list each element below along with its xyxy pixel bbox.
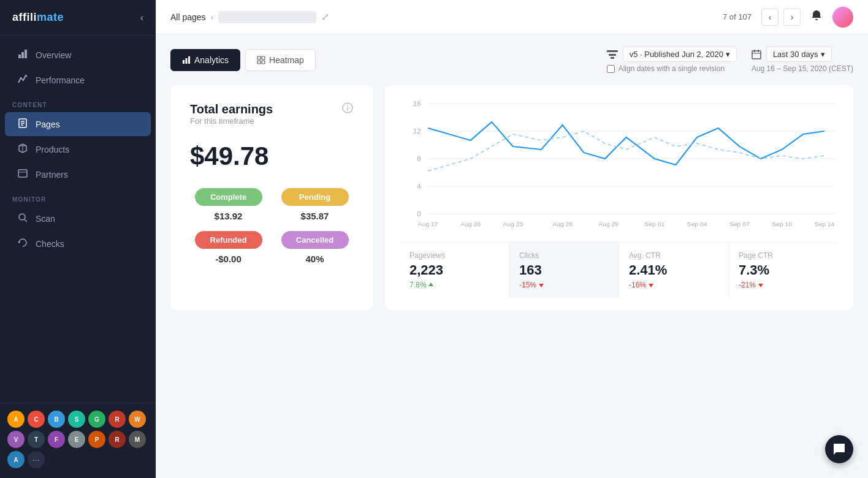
metric-clicks-change: -15% — [519, 281, 609, 289]
partner-icon-r[interactable]: R — [108, 411, 126, 428]
partner-icon-amazon[interactable]: A — [7, 411, 25, 428]
revision-dropdown[interactable]: v5 · Published Jun 2, 2020 ▾ — [623, 47, 737, 62]
pages-icon — [17, 118, 28, 130]
earnings-title-group: Total earnings For this timeframe — [190, 102, 273, 126]
earnings-title: Total earnings — [190, 102, 273, 116]
metrics-row: Pageviews 2,223 7.8% Clicks 163 -15% — [400, 242, 839, 298]
tab-heatmap[interactable]: Heatmap — [245, 49, 316, 71]
metric-avg-ctr[interactable]: Avg. CTR 2.41% -16% — [619, 243, 729, 298]
main-content: All pages › ⤢ 7 of 107 ‹ › Analytics — [156, 0, 868, 478]
badge-pending: Pending — [281, 188, 349, 206]
metric-pageviews-change: 7.8% — [409, 281, 499, 289]
bell-icon[interactable] — [810, 9, 823, 25]
partner-icon-w[interactable]: W — [129, 411, 146, 428]
page-count: 7 of 107 — [723, 12, 752, 21]
partner-icons-container: A C B S G R W V T F E P R M A ··· — [7, 411, 148, 468]
cancelled-value: 40% — [305, 254, 324, 264]
partner-icon-a2[interactable]: A — [7, 451, 25, 468]
partner-icon-c[interactable]: C — [28, 411, 45, 428]
heatmap-tab-label: Heatmap — [269, 55, 304, 65]
status-grid: Complete $13.92 Pending $35.87 Refunded … — [190, 188, 353, 264]
sidebar: affilimate ‹ Overview Performance CONTEN… — [0, 0, 156, 478]
sidebar-item-products[interactable]: Products — [5, 137, 151, 161]
metric-pageviews-value: 2,223 — [409, 262, 499, 278]
svg-rect-2 — [25, 50, 27, 58]
user-avatar[interactable] — [832, 7, 853, 28]
partner-icon-g[interactable]: G — [88, 411, 105, 428]
align-dates-label: Align dates with a single revision — [619, 64, 725, 73]
chat-button[interactable] — [825, 435, 853, 463]
content-area: Analytics Heatmap v5 · Published Jun 2, … — [156, 34, 868, 478]
partner-icon-r2[interactable]: R — [108, 431, 126, 448]
metric-avg-ctr-change: -16% — [629, 281, 718, 289]
performance-icon — [17, 74, 28, 86]
partner-icon-v[interactable]: V — [7, 431, 25, 448]
breadcrumb-page-url — [218, 11, 316, 23]
partner-icon-b[interactable]: B — [48, 411, 65, 428]
sidebar-item-checks[interactable]: Checks — [5, 232, 151, 256]
status-cancelled: Cancelled 40% — [276, 231, 353, 264]
sidebar-header: affilimate ‹ — [0, 0, 156, 36]
sidebar-item-overview[interactable]: Overview — [5, 43, 151, 67]
sidebar-item-checks-label: Checks — [36, 239, 64, 249]
svg-rect-17 — [262, 56, 265, 59]
revision-label: v5 · Published Jun 2, 2020 — [630, 50, 723, 59]
partner-icon-p[interactable]: P — [88, 431, 105, 448]
toolbar-right: v5 · Published Jun 2, 2020 ▾ Align dates… — [607, 47, 853, 73]
tab-buttons: Analytics Heatmap — [170, 49, 316, 71]
complete-value: $13.92 — [215, 211, 243, 221]
date-dropdown[interactable]: Last 30 days ▾ — [766, 47, 832, 62]
sidebar-item-partners[interactable]: Partners — [5, 162, 151, 186]
info-icon[interactable] — [342, 102, 353, 116]
breadcrumb: All pages › ⤢ — [170, 11, 329, 23]
svg-rect-18 — [257, 61, 261, 64]
svg-rect-1 — [21, 52, 24, 58]
sidebar-item-pages-label: Pages — [36, 120, 60, 129]
chart-area: 16 12 8 4 0 Aug 17 Aug 20 Aug 23 Aug 26 — [400, 97, 839, 235]
earnings-subtitle: For this timeframe — [190, 116, 273, 126]
sidebar-item-pages[interactable]: Pages — [5, 112, 151, 136]
tab-analytics[interactable]: Analytics — [170, 49, 240, 71]
metric-page-ctr-change: -21% — [739, 281, 829, 289]
date-range-label: Aug 16 – Sep 15, 2020 (CEST) — [752, 64, 853, 73]
breadcrumb-all-pages[interactable]: All pages — [170, 12, 206, 22]
partner-icon-t[interactable]: T — [28, 431, 45, 448]
toolbar-row: Analytics Heatmap v5 · Published Jun 2, … — [170, 47, 853, 73]
badge-refunded: Refunded — [195, 231, 262, 249]
content-section-label: CONTENT — [0, 93, 156, 111]
prev-page-button[interactable]: ‹ — [761, 9, 779, 26]
revision-checkbox: Align dates with a single revision — [607, 64, 737, 73]
align-dates-checkbox[interactable] — [607, 65, 615, 73]
sidebar-item-products-label: Products — [36, 145, 69, 154]
partner-icon-m[interactable]: M — [129, 431, 146, 448]
pending-value: $35.87 — [301, 211, 329, 221]
earnings-card: Total earnings For this timeframe $49.78… — [170, 85, 373, 310]
metric-clicks[interactable]: Clicks 163 -15% — [509, 243, 619, 298]
svg-rect-13 — [183, 60, 185, 64]
external-link-icon[interactable]: ⤢ — [321, 11, 329, 23]
sidebar-collapse-button[interactable]: ‹ — [140, 12, 143, 23]
partner-icon-s[interactable]: S — [68, 411, 85, 428]
partners-icon — [17, 169, 28, 180]
refunded-value: -$0.00 — [215, 254, 242, 264]
svg-rect-22 — [611, 57, 614, 59]
metric-page-ctr-value: 7.3% — [739, 262, 829, 278]
more-partners-button[interactable]: ··· — [28, 451, 45, 468]
partner-icon-e[interactable]: E — [68, 431, 85, 448]
analytics-tab-label: Analytics — [194, 55, 229, 65]
metric-clicks-value: 163 — [519, 262, 609, 278]
status-complete: Complete $13.92 — [190, 188, 267, 221]
date-selector: Last 30 days ▾ Aug 16 – Sep 15, 2020 (CE… — [752, 47, 853, 73]
svg-rect-23 — [752, 51, 761, 59]
svg-rect-0 — [18, 55, 21, 58]
next-page-button[interactable]: › — [783, 9, 801, 26]
svg-point-11 — [19, 214, 25, 220]
metric-pageviews[interactable]: Pageviews 2,223 7.8% — [400, 243, 509, 298]
sidebar-item-performance[interactable]: Performance — [5, 68, 151, 92]
sidebar-item-scan[interactable]: Scan — [5, 207, 151, 230]
metric-pageviews-label: Pageviews — [409, 251, 499, 260]
revision-top: v5 · Published Jun 2, 2020 ▾ — [607, 47, 737, 62]
metric-page-ctr[interactable]: Page CTR 7.3% -21% — [729, 243, 839, 298]
partner-icon-f[interactable]: F — [48, 431, 65, 448]
svg-text:0: 0 — [417, 211, 421, 218]
